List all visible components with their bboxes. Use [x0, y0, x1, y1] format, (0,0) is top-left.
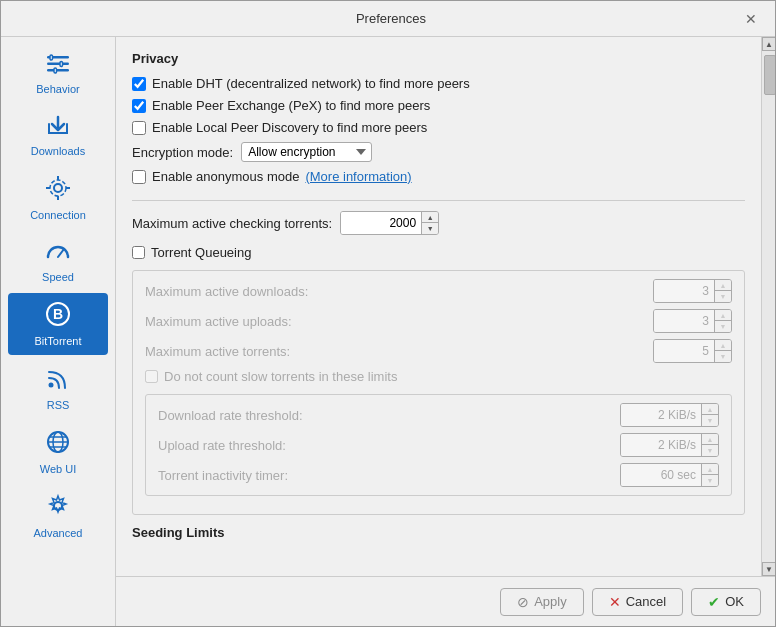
max-downloads-down: ▼	[715, 291, 731, 302]
sidebar-item-advanced[interactable]: Advanced	[8, 485, 108, 547]
dht-row: Enable DHT (decentralized network) to fi…	[132, 76, 745, 91]
apply-icon: ⊘	[517, 594, 529, 610]
download-threshold-row: Download rate threshold: ▲ ▼	[158, 403, 719, 427]
anonymous-checkbox[interactable]	[132, 170, 146, 184]
max-downloads-input	[654, 280, 714, 302]
divider-1	[132, 200, 745, 201]
max-checking-row: Maximum active checking torrents: ▲ ▼	[132, 211, 745, 235]
window-title: Preferences	[43, 11, 739, 26]
local-peer-row: Enable Local Peer Discovery to find more…	[132, 120, 745, 135]
sidebar-item-connection[interactable]: Connection	[8, 167, 108, 229]
downloads-icon	[44, 113, 72, 143]
ok-icon: ✔	[708, 594, 720, 610]
close-button[interactable]: ✕	[739, 9, 763, 29]
svg-rect-1	[47, 63, 69, 66]
max-torrents-up: ▲	[715, 340, 731, 351]
apply-label: Apply	[534, 594, 567, 609]
bittorrent-icon: B	[44, 301, 72, 333]
main-scroll-content: Privacy Enable DHT (decentralized networ…	[116, 37, 761, 576]
sidebar-item-label-rss: RSS	[47, 399, 70, 411]
cancel-button[interactable]: ✕ Cancel	[592, 588, 683, 616]
sidebar-item-downloads[interactable]: Downloads	[8, 105, 108, 165]
svg-rect-4	[60, 62, 63, 67]
speed-icon	[44, 239, 72, 269]
sidebar-item-label-speed: Speed	[42, 271, 74, 283]
footer: ⊘ Apply ✕ Cancel ✔ OK	[116, 576, 775, 626]
sidebar-item-label-behavior: Behavior	[36, 83, 79, 95]
encryption-mode-label: Encryption mode:	[132, 145, 233, 160]
more-info-link[interactable]: (More information)	[305, 169, 411, 184]
svg-line-12	[58, 249, 64, 257]
scrollbar-track: ▲ ▼	[761, 37, 775, 576]
scroll-thumb[interactable]	[764, 55, 775, 95]
webui-icon	[44, 429, 72, 461]
max-uploads-input	[654, 310, 714, 332]
download-threshold-input	[621, 404, 701, 426]
max-uploads-down: ▼	[715, 321, 731, 332]
main-panel: Privacy Enable DHT (decentralized networ…	[116, 37, 775, 626]
max-uploads-label: Maximum active uploads:	[145, 314, 653, 329]
ok-label: OK	[725, 594, 744, 609]
sidebar-item-behavior[interactable]: Behavior	[8, 45, 108, 103]
inactivity-row: Torrent inactivity timer: ▲ ▼	[158, 463, 719, 487]
behavior-icon	[44, 53, 72, 81]
encryption-mode-select[interactable]: Prefer encryption Allow encryption Requi…	[241, 142, 372, 162]
upload-threshold-arrows: ▲ ▼	[701, 434, 718, 456]
max-torrents-arrows: ▲ ▼	[714, 340, 731, 362]
download-threshold-arrows: ▲ ▼	[701, 404, 718, 426]
svg-rect-3	[50, 55, 53, 60]
anonymous-label: Enable anonymous mode	[152, 169, 299, 184]
max-downloads-arrows: ▲ ▼	[714, 280, 731, 302]
cancel-icon: ✕	[609, 594, 621, 610]
sidebar-item-rss[interactable]: RSS	[8, 357, 108, 419]
svg-point-7	[50, 180, 66, 196]
max-uploads-up: ▲	[715, 310, 731, 321]
pex-checkbox[interactable]	[132, 99, 146, 113]
max-checking-label: Maximum active checking torrents:	[132, 216, 332, 231]
dht-checkbox[interactable]	[132, 77, 146, 91]
svg-point-6	[54, 184, 62, 192]
anonymous-row: Enable anonymous mode (More information)	[132, 169, 745, 184]
sidebar-item-label-advanced: Advanced	[34, 527, 83, 539]
max-uploads-spinbox: ▲ ▼	[653, 309, 732, 333]
connection-icon	[44, 175, 72, 207]
threshold-section: Download rate threshold: ▲ ▼	[145, 394, 732, 496]
sidebar-item-speed[interactable]: Speed	[8, 231, 108, 291]
preferences-window: Preferences ✕ Behavior	[0, 0, 776, 627]
main-content-area: Behavior Downloads	[1, 37, 775, 626]
max-uploads-row: Maximum active uploads: ▲ ▼	[145, 309, 732, 333]
max-torrents-label: Maximum active torrents:	[145, 344, 653, 359]
download-threshold-label: Download rate threshold:	[158, 408, 620, 423]
queue-label: Torrent Queueing	[151, 245, 251, 260]
sidebar-item-label-webui: Web UI	[40, 463, 76, 475]
scroll-up-button[interactable]: ▲	[762, 37, 775, 51]
ok-button[interactable]: ✔ OK	[691, 588, 761, 616]
scroll-down-button[interactable]: ▼	[762, 562, 775, 576]
sidebar: Behavior Downloads	[1, 37, 116, 626]
max-uploads-arrows: ▲ ▼	[714, 310, 731, 332]
upload-threshold-label: Upload rate threshold:	[158, 438, 620, 453]
download-threshold-up: ▲	[702, 404, 718, 415]
queue-checkbox[interactable]	[132, 246, 145, 259]
sidebar-item-webui[interactable]: Web UI	[8, 421, 108, 483]
encryption-row: Encryption mode: Prefer encryption Allow…	[132, 142, 745, 162]
download-threshold-down: ▼	[702, 415, 718, 426]
local-peer-checkbox[interactable]	[132, 121, 146, 135]
seeding-limits-title: Seeding Limits	[132, 525, 745, 540]
inactivity-arrows: ▲ ▼	[701, 464, 718, 486]
sidebar-item-bittorrent[interactable]: B BitTorrent	[8, 293, 108, 355]
max-downloads-spinbox: ▲ ▼	[653, 279, 732, 303]
upload-threshold-input	[621, 434, 701, 456]
inactivity-down: ▼	[702, 475, 718, 486]
upload-threshold-row: Upload rate threshold: ▲ ▼	[158, 433, 719, 457]
max-torrents-down: ▼	[715, 351, 731, 362]
max-checking-up[interactable]: ▲	[422, 212, 438, 223]
upload-threshold-down: ▼	[702, 445, 718, 456]
privacy-section: Privacy Enable DHT (decentralized networ…	[132, 51, 745, 184]
local-peer-label: Enable Local Peer Discovery to find more…	[152, 120, 427, 135]
max-checking-down[interactable]: ▼	[422, 223, 438, 234]
apply-button[interactable]: ⊘ Apply	[500, 588, 584, 616]
sidebar-item-label-downloads: Downloads	[31, 145, 85, 157]
slow-torrents-checkbox	[145, 370, 158, 383]
max-checking-input[interactable]	[341, 212, 421, 234]
